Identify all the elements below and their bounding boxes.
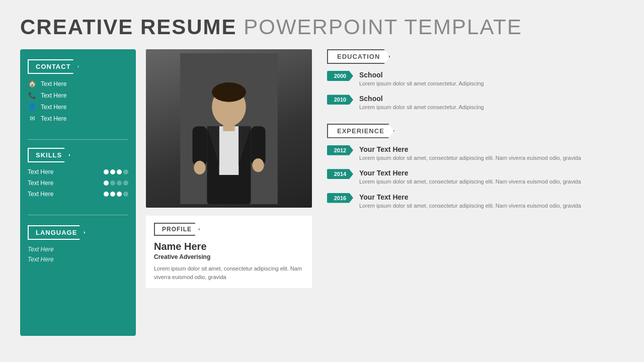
dot (110, 180, 115, 186)
contact-label: CONTACT (28, 59, 79, 74)
profile-section-label: PROFILE (154, 223, 200, 236)
contact-email-text: Text Here (41, 115, 66, 122)
education-header: EDUCATION (327, 49, 390, 64)
education-2-text: Lorem ipsum dolor sit amet consectetur. … (359, 104, 624, 111)
page: CREATIVE RESUME POWERPOINT TEMPLATE CONT… (0, 0, 644, 362)
divider-2 (28, 215, 128, 215)
skill-2-dots (104, 180, 128, 186)
experience-section: EXPERIENCE 2012 Your Text Here Lorem ips… (327, 124, 624, 217)
skill-1-dots (104, 169, 128, 174)
experience-1-content: Your Text Here Lorem ipsum dolor sit ame… (359, 145, 624, 162)
year-2000-badge: 2000 (327, 71, 353, 81)
person-silhouette (179, 53, 279, 204)
svg-rect-2 (219, 126, 239, 175)
dot (110, 192, 115, 197)
dot (117, 169, 122, 174)
profile-bio: Lorem ipsum dolor sit amet, consectetur … (154, 264, 304, 281)
experience-1-title: Your Text Here (359, 145, 624, 153)
experience-2-text: Lorem ipsum dolor sit amet, consectetur … (359, 178, 624, 186)
skill-2-label: Text Here (28, 179, 104, 187)
contact-section: CONTACT 🏠 Text Here 📞 Text Here 👤 Text H… (28, 59, 128, 126)
dot (123, 169, 128, 174)
experience-header: EXPERIENCE (327, 124, 394, 138)
dot (104, 192, 109, 197)
email-icon: ✉ (28, 115, 37, 122)
dot (123, 192, 128, 197)
svg-point-11 (252, 158, 264, 172)
year-2014-badge: 2014 (327, 169, 353, 179)
photo-placeholder (146, 49, 312, 208)
sidebar: CONTACT 🏠 Text Here 📞 Text Here 👤 Text H… (20, 49, 136, 336)
education-2-content: School Lorem ipsum dolor sit amet consec… (359, 95, 624, 111)
experience-item-2: 2014 Your Text Here Lorem ipsum dolor si… (327, 169, 624, 186)
contact-item-user: 👤 Text Here (28, 103, 128, 111)
skills-section: SKILLS Text Here Text Here (28, 148, 128, 202)
dot (117, 192, 122, 197)
page-title: CREATIVE RESUME POWERPOINT TEMPLATE (20, 15, 624, 39)
contact-phone-text: Text Here (41, 92, 66, 99)
skill-1-label: Text Here (28, 168, 104, 175)
education-2-title: School (359, 95, 624, 103)
profile-job-title: Creative Adverising (154, 253, 304, 260)
profile-section: PROFILE Name Here Creative Adverising Lo… (146, 216, 312, 288)
education-1-text: Lorem ipsum dolor sit amet consectetur. … (359, 80, 624, 87)
year-2010-badge: 2010 (327, 95, 353, 105)
skill-3-label: Text Here (28, 191, 104, 198)
skill-item-1: Text Here (28, 168, 128, 175)
profile-name: Name Here (154, 241, 304, 252)
svg-rect-7 (223, 124, 234, 131)
experience-item-1: 2012 Your Text Here Lorem ipsum dolor si… (327, 145, 624, 162)
dot (123, 180, 128, 186)
education-1-content: School Lorem ipsum dolor sit amet consec… (359, 71, 624, 87)
education-section: EDUCATION 2000 School Lorem ipsum dolor … (327, 49, 624, 119)
skill-item-2: Text Here (28, 179, 128, 187)
experience-1-text: Lorem ipsum dolor sit amet, consectetur … (359, 154, 624, 162)
svg-point-6 (212, 82, 246, 102)
experience-item-3: 2016 Your Text Here Lorem ipsum dolor si… (327, 193, 624, 210)
skill-3-dots (104, 192, 128, 197)
education-item-2: 2010 School Lorem ipsum dolor sit amet c… (327, 95, 624, 111)
language-item-1: Text Here (28, 246, 128, 253)
header: CREATIVE RESUME POWERPOINT TEMPLATE (20, 15, 624, 39)
dot (110, 169, 115, 174)
skills-label: SKILLS (28, 148, 70, 162)
contact-user-text: Text Here (41, 104, 66, 111)
experience-3-text: Lorem ipsum dolor sit amet, consectetur … (359, 202, 624, 210)
education-item-1: 2000 School Lorem ipsum dolor sit amet c… (327, 71, 624, 87)
svg-point-10 (194, 160, 205, 174)
language-label: LANGUAGE (28, 225, 85, 240)
skill-item-3: Text Here (28, 191, 128, 198)
experience-2-content: Your Text Here Lorem ipsum dolor sit ame… (359, 169, 624, 186)
language-item-2: Text Here (28, 256, 128, 263)
home-icon: 🏠 (28, 80, 37, 87)
experience-2-title: Your Text Here (359, 169, 624, 177)
experience-3-content: Your Text Here Lorem ipsum dolor sit ame… (359, 193, 624, 210)
dot (104, 180, 109, 186)
main-content: CONTACT 🏠 Text Here 📞 Text Here 👤 Text H… (20, 49, 624, 336)
divider-1 (28, 139, 128, 140)
center-column: PROFILE Name Here Creative Adverising Lo… (146, 49, 312, 336)
title-bold: CREATIVE RESUME (20, 15, 237, 39)
contact-item-email: ✉ Text Here (28, 115, 128, 122)
right-column: EDUCATION 2000 School Lorem ipsum dolor … (322, 49, 624, 336)
user-icon: 👤 (28, 103, 37, 111)
profile-photo (146, 49, 312, 208)
dot (117, 180, 122, 186)
year-2016-badge: 2016 (327, 193, 353, 203)
dot (104, 169, 109, 174)
contact-address-text: Text Here (41, 80, 66, 87)
svg-rect-8 (192, 126, 207, 165)
experience-3-title: Your Text Here (359, 193, 624, 201)
year-2012-badge: 2012 (327, 145, 353, 155)
title-light: POWERPOINT TEMPLATE (237, 15, 522, 39)
language-section: LANGUAGE Text Here Text Here (28, 225, 128, 266)
phone-icon: 📞 (28, 92, 37, 99)
contact-item-phone: 📞 Text Here (28, 92, 128, 99)
contact-item-address: 🏠 Text Here (28, 80, 128, 87)
education-1-title: School (359, 71, 624, 79)
